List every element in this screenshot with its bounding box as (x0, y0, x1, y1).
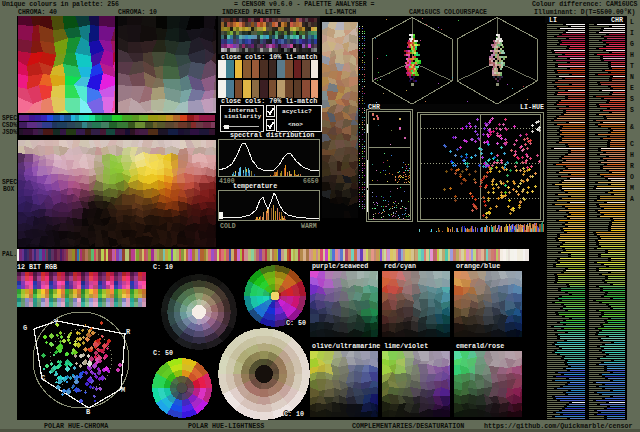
svg-text:M: M (121, 386, 125, 394)
svg-text:B: B (86, 408, 91, 416)
svg-text:C: C (41, 374, 45, 382)
svg-text:R: R (126, 328, 131, 336)
svg-text:G: G (23, 324, 27, 332)
